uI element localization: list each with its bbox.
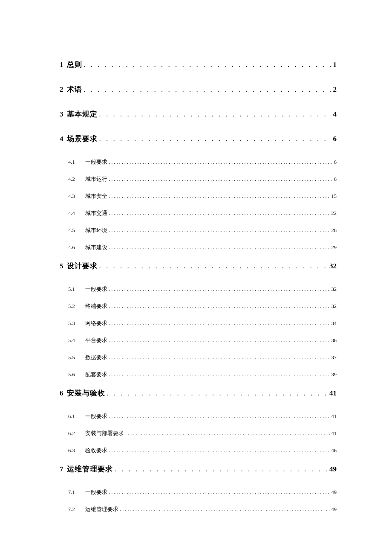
toc-entry-leader: ........................................…	[120, 506, 330, 513]
toc-entry-number: 4.1	[68, 159, 85, 166]
toc-entry-leader: ........................................…	[109, 286, 330, 293]
toc-entry-leader: ........................................…	[109, 337, 330, 344]
toc-entry-title: 基本规定	[67, 109, 98, 119]
toc-entry-level2: 6.2安装与部署要求..............................…	[60, 430, 337, 437]
toc-entry-page: 41	[331, 430, 337, 437]
toc-entry-level1: 6安装与验收. . . . . . . . . . . . . . . . . …	[60, 388, 337, 398]
toc-entry-leader: ........................................…	[109, 355, 330, 361]
toc-entry-leader: ........................................…	[109, 244, 330, 251]
toc-entry-page: 2	[333, 85, 337, 94]
toc-entry-number: 7	[60, 465, 63, 474]
toc-entry-leader: . . . . . . . . . . . . . . . . . . . . …	[84, 61, 331, 69]
toc-entry-leader: ........................................…	[109, 227, 330, 234]
toc-entry-title: 安装与验收	[67, 388, 105, 398]
toc-entry-level2: 4.5城市环境.................................…	[60, 227, 337, 234]
toc-entry-number: 5.5	[68, 355, 85, 361]
toc-entry-title: 一般要求	[85, 159, 107, 166]
toc-entry-page: 36	[331, 337, 337, 344]
toc-entry-title: 城市安全	[85, 193, 107, 200]
toc-entry-title: 总则	[67, 60, 82, 70]
toc-entry-leader: . . . . . . . . . . . . . . . . . . . . …	[84, 85, 331, 94]
toc-subsection-group: 6.1一般要求.................................…	[60, 413, 337, 454]
toc-entry-level2: 5.3网络要求.................................…	[60, 320, 337, 327]
toc-entry-title: 场景要求	[67, 134, 98, 144]
toc-entry-level2: 4.2城市运行.................................…	[60, 176, 337, 183]
toc-entry-page: 49	[331, 489, 337, 496]
toc-entry-level2: 6.1一般要求.................................…	[60, 413, 337, 420]
toc-entry-title: 设计要求	[67, 261, 98, 271]
toc-entry-number: 5.6	[68, 372, 85, 378]
table-of-contents: 1总则. . . . . . . . . . . . . . . . . . .…	[60, 60, 337, 513]
toc-entry-level2: 6.3验收要求.................................…	[60, 447, 337, 454]
toc-entry-page: 6	[334, 176, 337, 183]
toc-entry-page: 41	[331, 413, 337, 420]
toc-entry-title: 一般要求	[85, 413, 107, 420]
toc-entry-number: 4.3	[68, 193, 85, 200]
toc-entry-page: 34	[331, 320, 337, 327]
toc-entry-number: 7.2	[68, 506, 85, 513]
toc-entry-leader: ........................................…	[109, 372, 330, 378]
toc-entry-number: 3	[60, 110, 63, 119]
toc-entry-leader: . . . . . . . . . . . . . . . . . . . . …	[107, 389, 328, 398]
toc-entry-leader: ........................................…	[109, 320, 330, 327]
toc-entry-page: 6	[333, 135, 337, 143]
toc-entry-number: 6.2	[68, 430, 85, 437]
toc-entry-number: 6	[60, 389, 63, 398]
toc-entry-number: 4.4	[68, 210, 85, 217]
toc-entry-page: 49	[329, 465, 337, 474]
toc-subsection-group: 5.1一般要求.................................…	[60, 286, 337, 378]
toc-entry-level1: 1总则. . . . . . . . . . . . . . . . . . .…	[60, 60, 337, 70]
toc-entry-title: 平台要求	[85, 337, 107, 344]
toc-entry-level1: 4场景要求. . . . . . . . . . . . . . . . . .…	[60, 134, 337, 144]
toc-entry-leader: ........................................…	[109, 193, 330, 200]
toc-entry-title: 运维管理要求	[85, 506, 118, 513]
toc-entry-leader: ........................................…	[109, 303, 330, 310]
toc-entry-level2: 5.1一般要求.................................…	[60, 286, 337, 293]
toc-entry-page: 15	[331, 193, 337, 200]
toc-entry-number: 4.2	[68, 176, 85, 183]
toc-entry-leader: ........................................…	[109, 210, 330, 217]
toc-entry-number: 5.3	[68, 320, 85, 327]
toc-entry-level2: 5.4平台要求.................................…	[60, 337, 337, 344]
toc-entry-number: 4	[60, 135, 63, 143]
toc-entry-number: 5.2	[68, 303, 85, 310]
toc-entry-title: 配套要求	[85, 371, 107, 378]
toc-subsection-group: 4.1一般要求.................................…	[60, 159, 337, 251]
toc-entry-page: 4	[333, 110, 337, 119]
toc-entry-title: 终端要求	[85, 303, 107, 310]
toc-entry-page: 22	[331, 210, 337, 217]
toc-entry-page: 41	[329, 389, 337, 398]
toc-entry-number: 5.4	[68, 337, 85, 344]
toc-entry-title: 一般要求	[85, 286, 107, 293]
toc-entry-leader: . . . . . . . . . . . . . . . . . . . . …	[99, 135, 331, 143]
toc-entry-leader: . . . . . . . . . . . . . . . . . . . . …	[99, 262, 328, 270]
toc-entry-level1: 3基本规定. . . . . . . . . . . . . . . . . .…	[60, 109, 337, 119]
toc-entry-level2: 4.6城市建设.................................…	[60, 244, 337, 251]
toc-entry-page: 1	[333, 61, 337, 69]
toc-entry-number: 2	[60, 85, 63, 94]
toc-entry-title: 安装与部署要求	[85, 430, 124, 437]
toc-entry-level2: 5.2终端要求.................................…	[60, 303, 337, 310]
toc-entry-title: 运维管理要求	[67, 464, 113, 474]
toc-entry-level2: 5.5数据要求.................................…	[60, 354, 337, 361]
toc-entry-level2: 4.1一般要求.................................…	[60, 159, 337, 166]
toc-entry-title: 一般要求	[85, 489, 107, 496]
toc-entry-title: 城市环境	[85, 227, 107, 234]
toc-entry-level2: 7.2运维管理要求...............................…	[60, 506, 337, 513]
toc-entry-title: 验收要求	[85, 447, 107, 454]
toc-entry-page: 29	[331, 244, 337, 251]
toc-entry-title: 城市建设	[85, 244, 107, 251]
toc-entry-leader: ........................................…	[109, 159, 333, 166]
toc-entry-number: 7.1	[68, 489, 85, 496]
toc-entry-number: 1	[60, 61, 63, 69]
toc-entry-page: 26	[331, 227, 337, 234]
toc-entry-page: 39	[331, 372, 337, 378]
toc-entry-title: 城市运行	[85, 176, 107, 183]
toc-entry-number: 5.1	[68, 286, 85, 293]
toc-entry-leader: ........................................…	[109, 489, 330, 496]
toc-entry-leader: ........................................…	[125, 430, 330, 437]
toc-entry-page: 6	[334, 159, 337, 166]
toc-entry-level2: 5.6配套要求.................................…	[60, 371, 337, 378]
toc-entry-level2: 4.3城市安全.................................…	[60, 193, 337, 200]
toc-entry-leader: ........................................…	[109, 413, 330, 420]
